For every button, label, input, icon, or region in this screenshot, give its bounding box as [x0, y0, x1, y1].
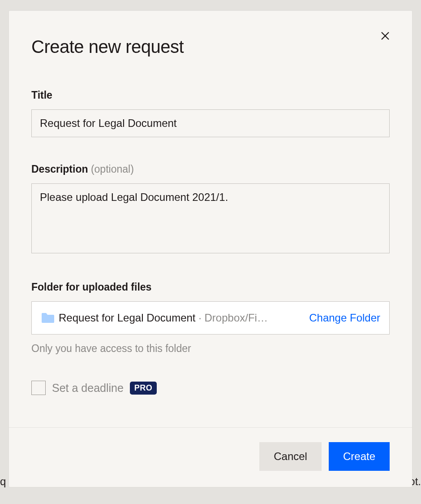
modal-body: Title Description (optional) Please uplo… — [9, 57, 412, 413]
folder-path-separator: · — [196, 312, 205, 324]
pro-badge: PRO — [130, 382, 157, 395]
folder-name: Request for Legal Document — [59, 312, 196, 324]
title-input[interactable] — [31, 109, 390, 137]
change-folder-button[interactable]: Change Folder — [309, 312, 380, 324]
folder-path: Request for Legal Document · Dropbox/Fi… — [59, 312, 298, 324]
deadline-row: Set a deadline PRO — [31, 381, 390, 395]
folder-icon — [41, 312, 55, 324]
modal-header: Create new request — [9, 11, 412, 57]
modal-title: Create new request — [31, 37, 390, 57]
deadline-checkbox[interactable] — [31, 381, 46, 395]
create-request-modal: Create new request Title Description (op… — [9, 11, 412, 487]
background-text-left: q — [0, 475, 6, 488]
description-field-group: Description (optional) Please upload Leg… — [31, 163, 390, 255]
description-label-text: Description — [31, 163, 88, 175]
close-button[interactable] — [376, 27, 394, 45]
deadline-label[interactable]: Set a deadline — [52, 382, 124, 395]
description-textarea[interactable]: Please upload Legal Document 2021/1. — [31, 183, 390, 253]
title-field-group: Title — [31, 89, 390, 137]
description-label: Description (optional) — [31, 163, 390, 175]
description-optional-suffix: (optional) — [88, 163, 134, 175]
create-button[interactable]: Create — [329, 442, 390, 471]
folder-helper-text: Only you have access to this folder — [31, 343, 390, 355]
title-label: Title — [31, 89, 390, 101]
modal-footer: Cancel Create — [9, 427, 412, 487]
close-icon — [380, 30, 391, 41]
folder-path-truncated: Dropbox/Fi… — [205, 312, 268, 324]
cancel-button[interactable]: Cancel — [259, 442, 322, 471]
folder-field-group: Folder for uploaded files Request for Le… — [31, 281, 390, 355]
folder-label: Folder for uploaded files — [31, 281, 390, 293]
folder-selector: Request for Legal Document · Dropbox/Fi…… — [31, 301, 390, 335]
